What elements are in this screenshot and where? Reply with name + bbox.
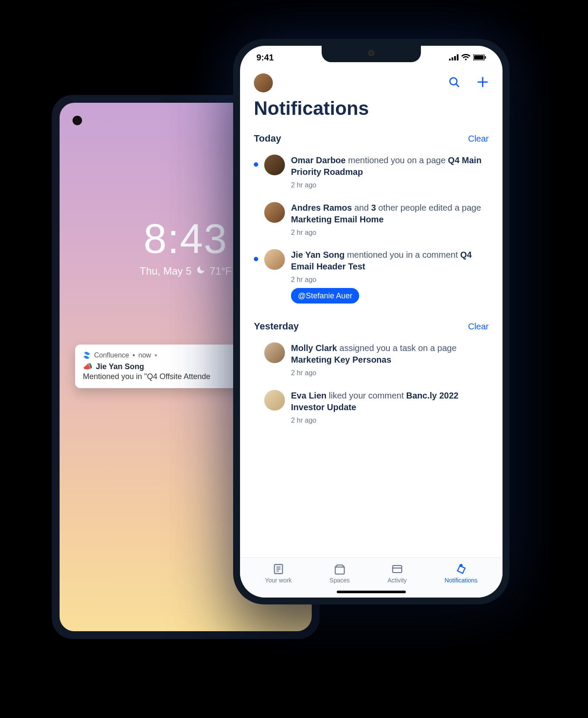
tab-notifications[interactable]: Notifications <box>445 563 477 584</box>
svg-rect-1 <box>452 57 453 60</box>
notif-actor: Molly Clark <box>291 343 337 353</box>
tab-label: Spaces <box>329 577 350 584</box>
tab-activity[interactable]: Activity <box>388 563 407 584</box>
clear-button[interactable]: Clear <box>468 322 489 332</box>
notif-actor: Jie Yan Song <box>291 250 345 259</box>
section-header-yesterday: Yesterday Clear <box>254 321 489 332</box>
section-header-today: Today Clear <box>254 133 489 144</box>
home-indicator[interactable] <box>337 591 406 593</box>
add-icon[interactable] <box>477 76 489 90</box>
notification-item[interactable]: Andres Ramos and 3 other people edited a… <box>254 196 489 244</box>
tab-label: Your work <box>265 577 292 584</box>
notif-time: 2 hr ago <box>291 416 489 425</box>
svg-line-8 <box>456 84 459 87</box>
notification-item[interactable]: Jie Yan Song mentioned you in a comment … <box>254 243 489 310</box>
notif-action: other people edited a page <box>378 203 481 212</box>
notif-action: mentioned you in a comment <box>347 250 458 259</box>
svg-rect-0 <box>449 59 451 60</box>
app-header <box>240 69 503 92</box>
wifi-icon <box>461 53 471 63</box>
svg-rect-5 <box>474 55 484 60</box>
notif-target: Marketing Email Home <box>291 215 384 224</box>
svg-point-17 <box>460 565 462 567</box>
notification-avatar <box>264 342 285 363</box>
svg-rect-3 <box>457 54 458 60</box>
notif-time: 2 hr ago <box>291 275 489 285</box>
tab-label: Notifications <box>445 577 477 584</box>
android-temp: 71°F <box>210 265 232 277</box>
notification-item[interactable]: Omar Darboe mentioned you on a page Q4 M… <box>254 149 489 196</box>
page-title: Notifications <box>240 92 503 122</box>
battery-icon <box>473 53 486 63</box>
notif-action: and <box>354 203 369 212</box>
notif-time: 2 hr ago <box>291 180 489 190</box>
tab-label: Activity <box>388 577 407 584</box>
tab-spaces[interactable]: Spaces <box>329 563 350 584</box>
iphone-notch <box>322 46 421 62</box>
notif-actor: Omar Darboe <box>291 155 346 165</box>
android-camera-hole <box>73 116 82 125</box>
push-time-label: now <box>139 351 151 359</box>
notif-action: assigned you a task on a page <box>339 343 456 353</box>
notification-body: Molly Clark assigned you a task on a pag… <box>291 342 489 378</box>
svg-rect-6 <box>485 56 486 59</box>
notif-action: mentioned you on a page <box>348 155 446 165</box>
notif-time: 2 hr ago <box>291 228 489 237</box>
notif-actor: Eva Lien <box>291 391 326 400</box>
notification-avatar <box>264 155 285 175</box>
search-icon[interactable] <box>448 76 460 90</box>
section-title: Today <box>254 133 281 144</box>
tab-your-work[interactable]: Your work <box>265 563 292 584</box>
chevron-down-icon: ▾ <box>155 352 157 358</box>
android-date: Thu, May 5 <box>140 265 192 277</box>
mention-chip[interactable]: @Stefanie Auer <box>291 288 359 304</box>
iphone-screen: 9:41 <box>240 46 503 598</box>
svg-rect-2 <box>454 56 456 60</box>
notification-item[interactable]: Eva Lien liked your comment Banc.ly 2022… <box>254 384 489 431</box>
notification-avatar <box>264 202 285 223</box>
notification-body: Eva Lien liked your comment Banc.ly 2022… <box>291 390 489 425</box>
notifications-list[interactable]: Today Clear Omar Darboe mentioned you on… <box>240 122 503 557</box>
section-title: Yesterday <box>254 321 299 332</box>
notif-actor: Andres Ramos <box>291 203 352 212</box>
notification-avatar <box>264 249 285 270</box>
confluence-icon <box>83 351 91 359</box>
notification-body: Omar Darboe mentioned you on a page Q4 M… <box>291 155 489 190</box>
cellular-icon <box>449 53 458 63</box>
iphone-frame: 9:41 <box>233 39 509 604</box>
unread-dot-icon <box>254 257 258 261</box>
notification-item[interactable]: Molly Clark assigned you a task on a pag… <box>254 336 489 384</box>
clear-button[interactable]: Clear <box>468 134 489 144</box>
push-app-name: Confluence <box>94 351 129 359</box>
notif-action: liked your comment <box>329 391 404 400</box>
megaphone-icon: 📣 <box>83 362 92 371</box>
notif-count: 3 <box>371 203 376 212</box>
unread-dot-icon <box>254 162 258 167</box>
notification-body: Jie Yan Song mentioned you in a comment … <box>291 249 489 304</box>
moon-icon <box>196 265 205 277</box>
notif-time: 2 hr ago <box>291 368 489 378</box>
profile-avatar[interactable] <box>254 73 273 92</box>
notif-target: Marketing Key Personas <box>291 355 391 364</box>
svg-rect-15 <box>392 566 401 573</box>
status-time: 9:41 <box>256 53 274 63</box>
notification-body: Andres Ramos and 3 other people edited a… <box>291 202 489 237</box>
push-author: Jie Yan Song <box>96 362 144 371</box>
notification-avatar <box>264 390 285 411</box>
